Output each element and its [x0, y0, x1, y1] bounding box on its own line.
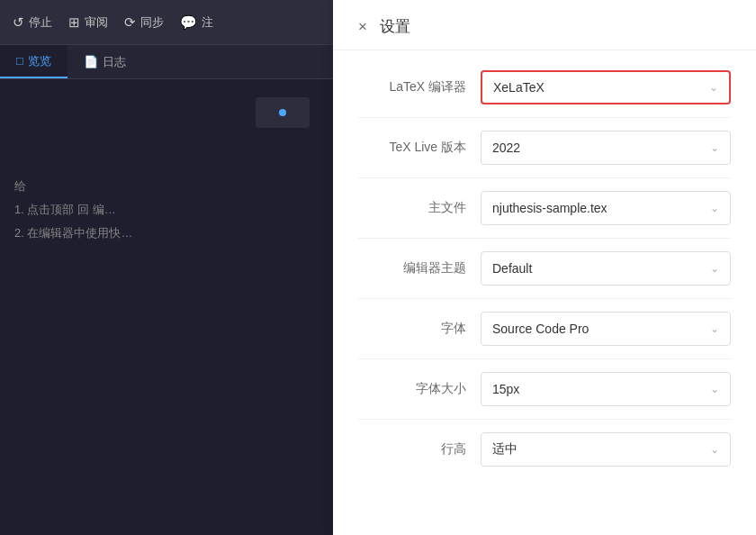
- select-texlive[interactable]: 2022 ⌄: [481, 131, 731, 165]
- label-main-file: 主文件: [358, 200, 466, 216]
- settings-row-texlive: TeX Live 版本 2022 ⌄: [358, 118, 731, 178]
- value-latex-compiler: XeLaTeX: [493, 80, 544, 95]
- value-texlive: 2022: [492, 141, 520, 155]
- editor-line-1: 1. 点击顶部 回 编…: [14, 198, 319, 222]
- settings-row-latex-compiler: LaTeX 编译器 XeLaTeX ⌄: [358, 58, 731, 118]
- value-font-size: 15px: [492, 382, 519, 396]
- select-font-size[interactable]: 15px ⌄: [481, 372, 731, 406]
- tab-bar: □ 览览 📄 日志: [0, 45, 333, 79]
- review-icon: ⊞: [68, 14, 80, 31]
- value-editor-theme: Default: [492, 261, 532, 276]
- tab-log-label: 日志: [103, 54, 126, 70]
- log-icon: 📄: [84, 55, 98, 68]
- editor-area: ↺ 停止 ⊞ 审阅 ⟳ 同步 💬 注 □ 览览 📄 日志: [0, 0, 333, 535]
- toolbar-sync[interactable]: ⟳ 同步: [124, 14, 164, 31]
- label-line-height: 行高: [358, 441, 466, 458]
- toolbar-more[interactable]: 💬 注: [180, 14, 213, 31]
- editor-text: 给 1. 点击顶部 回 编… 2. 在编辑器中使用快…: [14, 175, 319, 245]
- select-editor-theme[interactable]: Default ⌄: [481, 251, 731, 286]
- label-font: 字体: [358, 321, 466, 337]
- label-latex-compiler: LaTeX 编译器: [358, 79, 466, 95]
- chevron-texlive: ⌄: [710, 141, 719, 154]
- toolbar-review[interactable]: ⊞ 审阅: [68, 14, 108, 31]
- tab-preview-label: 览览: [28, 53, 51, 69]
- chevron-latex-compiler: ⌄: [709, 81, 718, 94]
- chevron-editor-theme: ⌄: [710, 262, 719, 275]
- value-font: Source Code Pro: [492, 322, 589, 336]
- stop-icon: ↺: [13, 14, 24, 31]
- toolbar-stop[interactable]: ↺ 停止: [13, 14, 52, 31]
- editor-line-2: 2. 在编辑器中使用快…: [14, 222, 319, 245]
- select-main-file[interactable]: njuthesis-sample.tex ⌄: [481, 191, 731, 225]
- select-latex-compiler[interactable]: XeLaTeX ⌄: [481, 70, 731, 104]
- tab-log[interactable]: 📄 日志: [68, 45, 142, 78]
- editor-content: 给 1. 点击顶部 回 编… 2. 在编辑器中使用快…: [0, 79, 333, 535]
- editor-popup: [256, 97, 310, 128]
- label-texlive: TeX Live 版本: [358, 140, 466, 156]
- label-editor-theme: 编辑器主题: [358, 260, 466, 277]
- more-label: 注: [202, 14, 213, 31]
- review-label: 审阅: [85, 14, 108, 31]
- sync-icon: ⟳: [124, 14, 136, 31]
- settings-header: × 设置: [333, 0, 756, 50]
- settings-row-main-file: 主文件 njuthesis-sample.tex ⌄: [358, 178, 731, 239]
- chevron-font: ⌄: [710, 322, 719, 335]
- settings-row-font: 字体 Source Code Pro ⌄: [358, 299, 731, 359]
- popup-dot: [279, 109, 286, 116]
- more-icon: 💬: [180, 14, 197, 31]
- settings-row-line-height: 行高 适中 ⌄: [358, 420, 731, 479]
- value-line-height: 适中: [492, 441, 518, 458]
- chevron-main-file: ⌄: [710, 202, 719, 214]
- settings-rows: LaTeX 编译器 XeLaTeX ⌄ TeX Live 版本 2022 ⌄ 主…: [333, 50, 756, 497]
- settings-title: 设置: [380, 16, 410, 37]
- settings-row-editor-theme: 编辑器主题 Default ⌄: [358, 239, 731, 299]
- settings-row-font-size: 字体大小 15px ⌄: [358, 359, 731, 420]
- toolbar: ↺ 停止 ⊞ 审阅 ⟳ 同步 💬 注: [0, 0, 333, 45]
- close-button[interactable]: ×: [358, 19, 367, 34]
- editor-line-0: 给: [14, 175, 319, 198]
- preview-icon: □: [16, 54, 23, 68]
- sync-label: 同步: [140, 14, 164, 31]
- chevron-font-size: ⌄: [710, 383, 719, 395]
- tab-preview[interactable]: □ 览览: [0, 45, 68, 78]
- stop-label: 停止: [29, 14, 52, 31]
- select-line-height[interactable]: 适中 ⌄: [481, 432, 731, 467]
- value-main-file: njuthesis-sample.tex: [492, 201, 608, 215]
- chevron-line-height: ⌄: [710, 443, 719, 456]
- settings-panel: × 设置 LaTeX 编译器 XeLaTeX ⌄ TeX Live 版本 202…: [333, 0, 756, 535]
- select-font[interactable]: Source Code Pro ⌄: [481, 312, 731, 346]
- label-font-size: 字体大小: [358, 381, 466, 397]
